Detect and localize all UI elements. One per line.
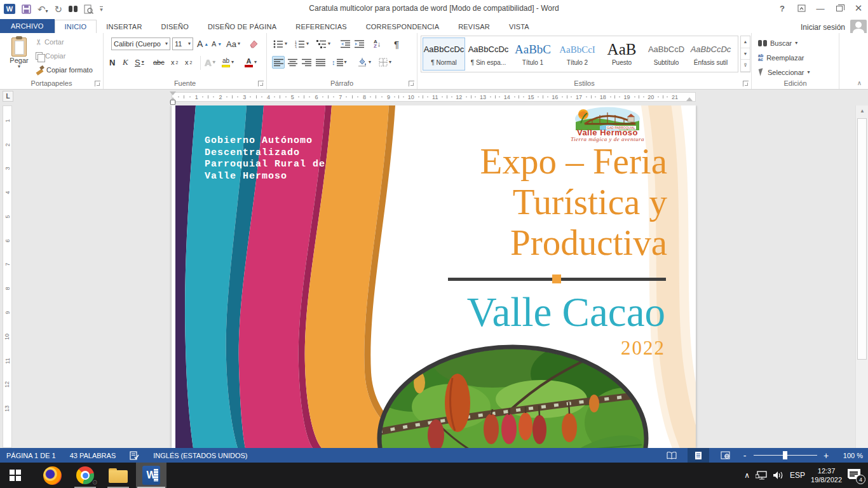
tab-diseno-de-pagina[interactable]: DISEÑO DE PÁGINA xyxy=(198,20,286,33)
network-icon[interactable] xyxy=(756,471,767,480)
text-effects-button[interactable]: A▾ xyxy=(205,56,215,69)
find-button[interactable]: Buscar▾ xyxy=(758,37,797,49)
align-right-button[interactable] xyxy=(300,56,313,69)
zoom-out-button[interactable]: - xyxy=(741,451,749,461)
font-size-combo[interactable]: 11▾ xyxy=(172,37,193,50)
vertical-ruler[interactable]: 12345678910111213 xyxy=(3,105,12,448)
subscript-button[interactable]: x2 xyxy=(171,56,178,69)
first-line-indent-marker[interactable] xyxy=(170,92,176,95)
collapse-ribbon-icon[interactable]: ∧ xyxy=(857,79,862,86)
style-sin-espaciado[interactable]: AaBbCcDc¶ Sin espa... xyxy=(467,37,510,71)
cut-button[interactable]: ✂ Cortar xyxy=(36,36,64,48)
scroll-up-arrow[interactable]: ▲ xyxy=(856,105,868,116)
scrollbar-thumb[interactable] xyxy=(857,118,867,360)
justify-button[interactable] xyxy=(314,56,327,69)
keyboard-language[interactable]: ESP xyxy=(790,471,805,480)
sort-button[interactable]: AZ ↓ xyxy=(374,37,381,50)
paragraph-dialog-launcher[interactable] xyxy=(409,81,414,86)
valle-hermoso-logo[interactable]: Valle Hermoso GAD PARROQUIAL Tierra mági… xyxy=(567,107,648,144)
font-family-combo[interactable]: Calibri (Cuerpo▾ xyxy=(111,37,170,50)
bold-button[interactable]: N xyxy=(109,56,115,69)
styles-scroll-up[interactable]: ▲ xyxy=(741,36,750,48)
highlight-button[interactable]: ab▾ xyxy=(222,56,234,69)
replace-button[interactable]: abac Reemplazar xyxy=(758,52,804,64)
read-mode-button[interactable] xyxy=(661,448,682,463)
page-indicator[interactable]: PÁGINA 1 DE 1 xyxy=(6,452,56,459)
zoom-in-button[interactable]: + xyxy=(822,451,830,461)
print-layout-button[interactable] xyxy=(688,448,709,463)
numbering-button[interactable]: 123 ▾ xyxy=(295,37,309,50)
taskbar-word[interactable]: W xyxy=(136,463,166,488)
paste-button[interactable]: Pegar ▾ xyxy=(5,36,33,86)
taskbar-firefox[interactable] xyxy=(37,463,67,488)
borders-button[interactable]: ▾ xyxy=(379,56,391,69)
format-painter-button[interactable]: Copiar formato xyxy=(36,64,93,76)
style-subtitulo[interactable]: AaBbCcDSubtítulo xyxy=(645,37,688,71)
font-color-button[interactable]: A▾ xyxy=(245,56,257,69)
start-button[interactable] xyxy=(0,463,31,488)
proofing-icon[interactable] xyxy=(130,451,139,460)
superscript-button[interactable]: x2 xyxy=(185,56,192,69)
minimize-button[interactable]: — xyxy=(811,0,830,17)
increase-indent-button[interactable] xyxy=(355,37,364,50)
strikethrough-button[interactable]: abc xyxy=(153,56,165,69)
copy-button[interactable]: Copiar xyxy=(36,50,65,62)
clipboard-dialog-launcher[interactable] xyxy=(95,81,100,86)
volume-icon[interactable] xyxy=(773,471,784,480)
select-button[interactable]: Seleccionar▾ xyxy=(758,67,810,78)
horizontal-ruler[interactable]: 1 2 3 4 5 6 7 8 9 10 xyxy=(172,92,696,102)
align-center-button[interactable] xyxy=(286,56,299,69)
tab-diseno[interactable]: DISEÑO xyxy=(152,20,198,33)
close-button[interactable]: ✕ xyxy=(849,0,868,17)
styles-dialog-launcher[interactable] xyxy=(743,81,749,86)
grow-font-button[interactable]: A▲ xyxy=(197,37,208,50)
style-enfasis-sutil[interactable]: AaBbCcDcÉnfasis sutil xyxy=(689,37,732,71)
word-count[interactable]: 43 PALABRAS xyxy=(70,452,116,459)
font-dialog-launcher[interactable] xyxy=(258,81,264,86)
change-case-button[interactable]: Aa▾ xyxy=(226,37,240,50)
italic-button[interactable]: K xyxy=(123,56,128,69)
tab-referencias[interactable]: REFERENCIAS xyxy=(286,20,356,33)
tab-inicio[interactable]: INICIO xyxy=(55,20,97,34)
shrink-font-button[interactable]: A▼ xyxy=(212,37,222,50)
sign-in-link[interactable]: Iniciar sesión xyxy=(801,23,845,32)
restore-button[interactable] xyxy=(830,0,849,17)
taskbar-chrome[interactable]: ⚙ xyxy=(70,463,100,488)
document-page[interactable]: Valle Hermoso GAD PARROQUIAL Tierra mági… xyxy=(172,105,696,448)
align-left-button[interactable] xyxy=(272,56,285,69)
web-layout-button[interactable] xyxy=(714,448,736,463)
decrease-indent-button[interactable] xyxy=(341,37,350,50)
right-indent-marker[interactable] xyxy=(686,97,693,101)
zoom-slider[interactable] xyxy=(754,448,817,463)
style-puesto[interactable]: AaBPuesto xyxy=(600,37,643,71)
shading-button[interactable]: ▾ xyxy=(357,56,371,69)
vertical-scrollbar[interactable]: ▲ xyxy=(855,105,868,448)
bullets-button[interactable]: ▾ xyxy=(273,37,287,50)
zoom-slider-thumb[interactable] xyxy=(783,451,787,459)
styles-gallery-expand[interactable]: ⊽ xyxy=(741,60,750,72)
style-titulo2[interactable]: AaBbCcITítulo 2 xyxy=(556,37,599,71)
selection-handle[interactable] xyxy=(170,100,175,105)
tab-insertar[interactable]: INSERTAR xyxy=(97,20,151,33)
styles-scroll-down[interactable]: ▼ xyxy=(741,48,750,60)
tab-revisar[interactable]: REVISAR xyxy=(449,20,499,33)
tray-expand-icon[interactable]: ∧ xyxy=(744,471,750,480)
tab-stop-selector[interactable]: L xyxy=(3,91,13,102)
zoom-level[interactable]: 100 % xyxy=(835,452,863,459)
clock[interactable]: 12:37 19/8/2022 xyxy=(811,466,842,484)
ribbon-display-options-icon[interactable] xyxy=(792,0,811,17)
line-spacing-button[interactable]: ↕ ▾ xyxy=(332,56,347,69)
show-marks-button[interactable]: ¶ xyxy=(394,37,399,50)
avatar[interactable] xyxy=(850,20,867,34)
tab-vista[interactable]: VISTA xyxy=(499,20,539,33)
style-normal[interactable]: AaBbCcDc¶ Normal xyxy=(423,37,465,71)
language-indicator[interactable]: INGLÉS (ESTADOS UNIDOS) xyxy=(153,452,247,459)
action-center-icon[interactable]: 4 xyxy=(848,469,862,482)
taskbar-explorer[interactable] xyxy=(103,463,133,488)
help-icon[interactable]: ? xyxy=(773,0,792,17)
style-titulo1[interactable]: AaBbCTítulo 1 xyxy=(512,37,554,71)
underline-button[interactable]: S▾ xyxy=(135,56,144,69)
multilevel-list-button[interactable]: ▾ xyxy=(316,37,330,50)
tab-archivo[interactable]: ARCHIVO xyxy=(0,19,55,33)
tab-correspondencia[interactable]: CORRESPONDENCIA xyxy=(356,20,449,33)
